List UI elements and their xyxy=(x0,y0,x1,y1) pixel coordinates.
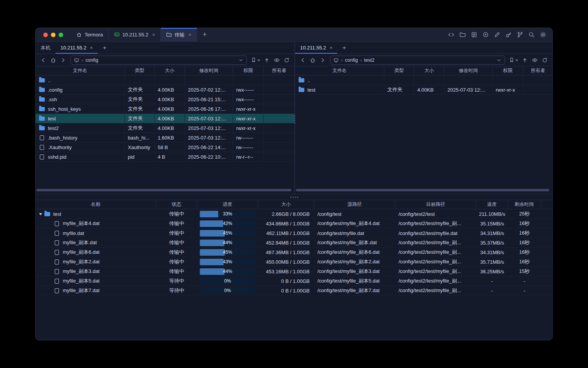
tab-session[interactable]: 10.211.55.2 × xyxy=(109,28,161,41)
forward-button[interactable] xyxy=(59,56,68,65)
close-tab-icon[interactable]: × xyxy=(152,32,155,38)
transfer-name: myfile_副本4.dat xyxy=(63,220,100,227)
show-hidden-files-button[interactable] xyxy=(530,56,539,65)
transfer-row[interactable]: myfile.dat 传输中 45% 462.11MB / 1.00GB /co… xyxy=(36,228,552,238)
minimize-window-button[interactable] xyxy=(51,33,56,37)
record-icon[interactable] xyxy=(482,31,489,38)
zoom-window-button[interactable] xyxy=(59,33,63,37)
close-tab-icon[interactable]: × xyxy=(90,45,93,51)
forward-button[interactable] xyxy=(318,56,327,65)
bookmark-button[interactable] xyxy=(508,56,519,65)
chevron-down-icon[interactable] xyxy=(497,58,501,62)
code-icon[interactable] xyxy=(448,31,454,38)
col-name[interactable]: 名称 xyxy=(36,200,156,209)
breadcrumb-segment[interactable]: test2 xyxy=(364,58,374,63)
settings-gear-icon[interactable] xyxy=(540,31,546,38)
file-row[interactable]: .bash_history bash_hi... 1.60KB 2025-07-… xyxy=(36,133,294,143)
col-size[interactable]: 大小 xyxy=(258,200,314,209)
home-button[interactable] xyxy=(308,56,317,65)
breadcrumb-segment[interactable]: config xyxy=(345,58,358,63)
tab-transfer[interactable]: 传输 × xyxy=(161,28,197,41)
col-target-path[interactable]: 目标路径 xyxy=(395,200,476,209)
branch-icon[interactable] xyxy=(517,31,523,38)
new-pane-tab-button[interactable]: + xyxy=(337,42,351,54)
folder-icon[interactable] xyxy=(459,31,466,38)
transfer-row[interactable]: myfile_副本2.dat 传输中 43% 450.00MB / 1.00GB… xyxy=(36,257,552,267)
transfer-progress-cell: 43% xyxy=(197,257,258,266)
bookmark-button[interactable] xyxy=(250,56,261,65)
col-eta[interactable]: 剩余时间 xyxy=(508,200,541,209)
col-filename[interactable]: 文件名 xyxy=(295,66,384,75)
transfer-row[interactable]: myfile_副本.dat 传输中 44% 452.94MB / 1.00GB … xyxy=(36,238,552,248)
file-row[interactable]: .. xyxy=(295,76,552,85)
col-size[interactable]: 大小 xyxy=(414,66,444,75)
close-tab-icon[interactable]: × xyxy=(330,45,333,51)
transfer-row[interactable]: myfile_副本4.dat 传输中 42% 434.86MB / 1.00GB… xyxy=(36,219,552,228)
file-row[interactable]: test 文件夹 4.00KB 2025-07-03 12:... rwxr-x… xyxy=(36,114,294,123)
back-button[interactable] xyxy=(39,56,48,65)
transfer-name-cell: myfile_副本2.dat xyxy=(36,257,156,266)
col-filename[interactable]: 文件名 xyxy=(36,66,125,75)
transfer-row[interactable]: test 传输中 33% 2.66GB / 8.00GB /config/tes… xyxy=(36,209,552,219)
tab-local[interactable]: 本机 xyxy=(36,42,56,54)
col-perm[interactable]: 权限 xyxy=(493,66,523,75)
transfer-row[interactable]: myfile_副本5.dat 等待中 0% 0 B / 1.00GB /conf… xyxy=(36,276,552,286)
tab-remote-session[interactable]: 10.211.55.2 × xyxy=(295,42,337,54)
new-pane-tab-button[interactable]: + xyxy=(98,42,111,54)
horizontal-scrollbar[interactable] xyxy=(296,189,549,191)
file-row[interactable]: sshd.pid pid 4 B 2025-06-22 10:... rw-r-… xyxy=(36,152,294,162)
file-row[interactable]: .config 文件夹 4.00KB 2025-07-02 12:... rwx… xyxy=(36,85,294,95)
right-file-list: .. test 文件夹 4.00KB 2025-07-03 12:... rwx… xyxy=(295,76,552,194)
col-mtime[interactable]: 修改时间 xyxy=(185,66,233,75)
expand-chevron-icon[interactable] xyxy=(39,213,42,215)
refresh-button[interactable] xyxy=(540,56,549,65)
horizontal-scrollbar[interactable] xyxy=(36,189,291,191)
show-hidden-files-button[interactable] xyxy=(272,56,281,65)
key-icon[interactable] xyxy=(505,31,512,38)
col-perm[interactable]: 权限 xyxy=(233,66,264,75)
col-source-path[interactable]: 源路径 xyxy=(314,200,395,209)
col-size[interactable]: 大小 xyxy=(155,66,185,75)
transfer-status: 传输中 xyxy=(156,238,197,247)
path-breadcrumb[interactable]: › config › test2 xyxy=(330,56,505,65)
tab-app-home[interactable]: Termora xyxy=(71,28,109,41)
transfer-row[interactable]: myfile_副本7.dat 等待中 0% 0 B / 1.00GB /conf… xyxy=(36,286,552,296)
col-type[interactable]: 类型 xyxy=(384,66,414,75)
transfer-row[interactable]: myfile_副本3.dat 传输中 44% 453.16MB / 1.00GB… xyxy=(36,267,552,276)
col-speed[interactable]: 速度 xyxy=(476,200,508,209)
col-owner[interactable]: 所有者 xyxy=(264,66,294,75)
tab-remote-session[interactable]: 10.211.55.2 × xyxy=(56,42,98,54)
file-row[interactable]: ssh_host_keys 文件夹 4.00KB 2025-06-26 17:.… xyxy=(36,104,294,114)
file-row[interactable]: test2 文件夹 4.00KB 2025-07-03 12:... rwxr-… xyxy=(36,123,294,133)
file-row[interactable]: .ssh 文件夹 4.00KB 2025-06-21 15:... rwx---… xyxy=(36,95,294,104)
home-button[interactable] xyxy=(49,56,58,65)
search-icon[interactable] xyxy=(528,31,535,38)
upload-button[interactable] xyxy=(520,56,529,65)
upload-button[interactable] xyxy=(262,56,271,65)
file-name: sshd.pid xyxy=(48,154,66,160)
file-row[interactable]: .Xauthority Xauthority 58 B 2025-06-22 1… xyxy=(36,143,294,152)
refresh-button[interactable] xyxy=(282,56,291,65)
chevron-down-icon[interactable] xyxy=(238,58,243,62)
col-type[interactable]: 类型 xyxy=(125,66,155,75)
path-breadcrumb[interactable]: › config xyxy=(70,56,247,65)
file-name-cell: .. xyxy=(295,76,384,85)
file-row[interactable]: test 文件夹 4.00KB 2025-07-03 12:... rwxr-x… xyxy=(295,85,552,95)
transfer-row[interactable]: myfile_副本6.dat 传输中 45% 467.36MB / 1.00GB… xyxy=(36,248,552,257)
file-owner xyxy=(264,133,294,142)
horizontal-splitter[interactable] xyxy=(36,194,552,200)
col-owner[interactable]: 所有者 xyxy=(523,66,552,75)
new-tab-button[interactable]: + xyxy=(197,28,213,41)
close-tab-icon[interactable]: × xyxy=(188,32,191,38)
breadcrumb-segment[interactable]: config xyxy=(85,58,98,63)
computer-icon xyxy=(333,58,339,63)
col-status[interactable]: 状态 xyxy=(156,200,197,209)
col-progress[interactable]: 进度 xyxy=(197,200,258,209)
log-icon[interactable] xyxy=(471,31,477,38)
file-type-icon xyxy=(55,260,59,264)
col-mtime[interactable]: 修改时间 xyxy=(444,66,493,75)
back-button[interactable] xyxy=(298,56,307,65)
edit-icon[interactable] xyxy=(494,31,500,38)
file-row[interactable]: .. xyxy=(36,76,294,85)
close-window-button[interactable] xyxy=(43,33,48,37)
